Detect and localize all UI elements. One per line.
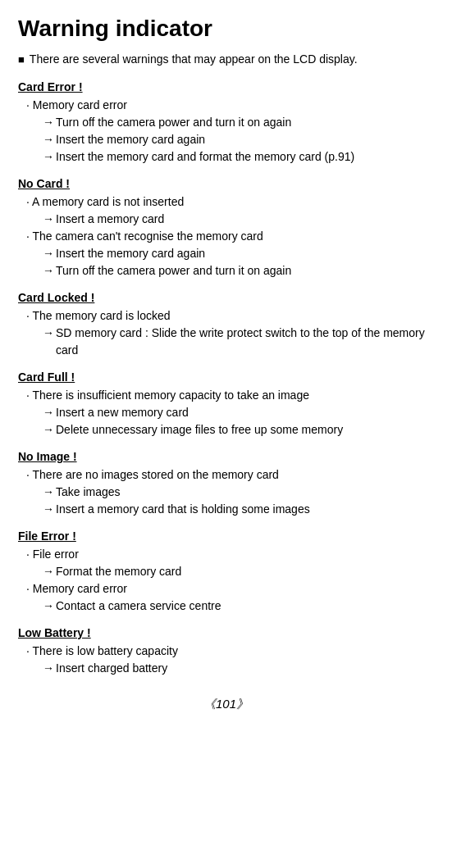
- arrow-icon: →: [43, 598, 54, 615]
- bullet-item: The camera can't recognise the memory ca…: [18, 228, 434, 245]
- bullet-item: The memory card is locked: [18, 307, 434, 325]
- intro-text: There are several warnings that may appe…: [18, 52, 434, 66]
- arrow-line: →Format the memory card: [18, 563, 434, 580]
- arrow-icon: →: [43, 131, 54, 148]
- arrow-line: →SD memory card : Slide the write protec…: [18, 325, 434, 359]
- arrow-line: →Insert charged battery: [18, 660, 434, 677]
- arrow-icon: →: [43, 484, 54, 501]
- sections-container: Card Error !Memory card error→Turn off t…: [18, 80, 434, 677]
- arrow-text: Take images: [56, 484, 121, 501]
- arrow-text: Insert the memory card again: [56, 245, 205, 262]
- arrow-text: Contact a camera service centre: [56, 598, 221, 615]
- bullet-item: There are no images stored on the memory…: [18, 466, 434, 484]
- arrow-line: →Insert the memory card again: [18, 245, 434, 262]
- arrow-line: →Insert the memory card and format the m…: [18, 148, 434, 166]
- arrow-text: Delete unnecessary image files to free u…: [56, 421, 343, 439]
- arrow-icon: →: [43, 114, 54, 131]
- arrow-line: →Insert the memory card again: [18, 131, 434, 148]
- arrow-icon: →: [43, 563, 54, 580]
- arrow-line: →Insert a memory card: [18, 211, 434, 228]
- section-card-error: Card Error !Memory card error→Turn off t…: [18, 80, 434, 166]
- section-no-card: No Card !A memory card is not inserted→I…: [18, 177, 434, 279]
- section-title-card-locked: Card Locked !: [18, 291, 434, 304]
- bullet-item: There is insufficient memory capacity to…: [18, 387, 434, 404]
- arrow-text: Turn off the camera power and turn it on…: [56, 262, 291, 279]
- section-title-no-image: No Image !: [18, 450, 434, 463]
- arrow-icon: →: [43, 660, 54, 677]
- arrow-text: Insert the memory card again: [56, 131, 205, 148]
- arrow-text: SD memory card : Slide the write protect…: [56, 325, 434, 359]
- bullet-item: Memory card error: [18, 97, 434, 114]
- bullet-item: A memory card is not inserted: [18, 193, 434, 211]
- arrow-icon: →: [43, 404, 54, 421]
- arrow-icon: →: [43, 501, 54, 518]
- arrow-icon: →: [43, 148, 54, 166]
- arrow-line: →Insert a new memory card: [18, 404, 434, 421]
- page-number: 《101》: [18, 697, 434, 712]
- arrow-text: Insert a memory card that is holding som…: [56, 501, 310, 518]
- arrow-line: →Take images: [18, 484, 434, 501]
- arrow-line: →Contact a camera service centre: [18, 598, 434, 615]
- bullet-item: Memory card error: [18, 580, 434, 598]
- arrow-icon: →: [43, 421, 54, 439]
- section-title-no-card: No Card !: [18, 177, 434, 190]
- arrow-line: →Insert a memory card that is holding so…: [18, 501, 434, 518]
- section-low-battery: Low Battery !There is low battery capaci…: [18, 626, 434, 677]
- arrow-line: →Turn off the camera power and turn it o…: [18, 262, 434, 279]
- arrow-icon: →: [43, 262, 54, 279]
- page-title: Warning indicator: [18, 15, 434, 43]
- section-title-card-error: Card Error !: [18, 80, 434, 93]
- arrow-text: Insert a memory card: [56, 211, 164, 228]
- section-card-locked: Card Locked !The memory card is locked→S…: [18, 291, 434, 359]
- bullet-item: There is low battery capacity: [18, 643, 434, 660]
- arrow-icon: →: [43, 245, 54, 262]
- arrow-line: →Turn off the camera power and turn it o…: [18, 114, 434, 131]
- arrow-text: Insert the memory card and format the me…: [56, 148, 354, 166]
- section-no-image: No Image !There are no images stored on …: [18, 450, 434, 518]
- arrow-text: Format the memory card: [56, 563, 181, 580]
- arrow-text: Turn off the camera power and turn it on…: [56, 114, 291, 131]
- section-title-card-full: Card Full !: [18, 370, 434, 384]
- arrow-icon: →: [43, 325, 54, 342]
- section-title-low-battery: Low Battery !: [18, 626, 434, 639]
- arrow-text: Insert a new memory card: [56, 404, 189, 421]
- section-title-file-error: File Error !: [18, 529, 434, 543]
- bullet-item: File error: [18, 546, 434, 563]
- section-card-full: Card Full !There is insufficient memory …: [18, 370, 434, 439]
- arrow-text: Insert charged battery: [56, 660, 167, 677]
- arrow-icon: →: [43, 211, 54, 228]
- section-file-error: File Error !File error→Format the memory…: [18, 529, 434, 615]
- arrow-line: →Delete unnecessary image files to free …: [18, 421, 434, 439]
